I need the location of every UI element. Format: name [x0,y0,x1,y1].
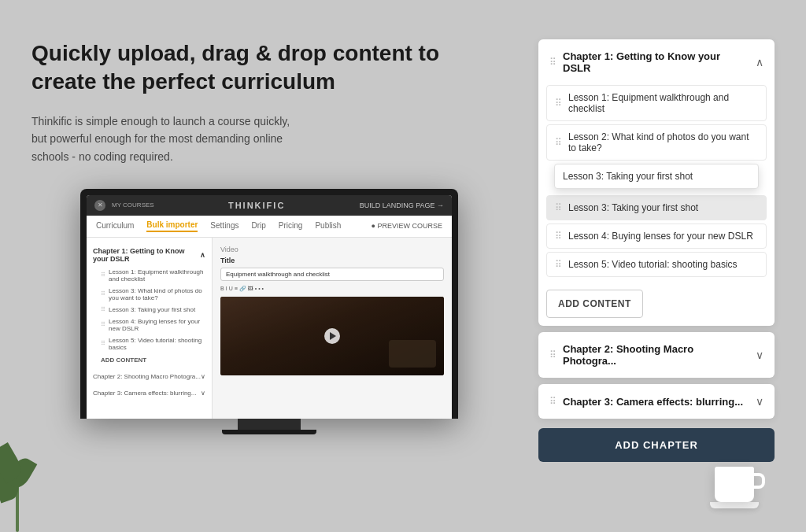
lesson-4-text: Lesson 4: Buying lenses for your new DSL… [568,231,758,242]
lesson-2-drag[interactable]: ⠿ [555,138,562,147]
monitor-chapter3-chevron: ∨ [201,390,205,397]
monitor-toolbar: B I U ≡ 🔗 🖼 • • • [220,286,444,292]
nav-drip[interactable]: Drip [252,221,266,231]
nav-curriculum[interactable]: Curriculum [96,221,134,231]
headline: Quickly upload, drag & drop content to c… [31,39,507,97]
monitor-lesson-4-text: Lesson 4: Buying lenses for your new DSL… [109,318,205,332]
monitor-lesson-3[interactable]: ⠿ Lesson 3: Taking your first shot [93,304,205,316]
plant-decoration [0,438,47,532]
close-button[interactable]: ✕ [94,200,105,211]
brand-label: THINKIFIC [228,201,285,210]
chapter-2-title: Chapter 2: Shooting Macro Photogra... [563,343,749,367]
monitor-add-content-btn[interactable]: ADD CONTENT [93,353,205,367]
tb-more[interactable]: • • • [255,286,264,292]
monitor-chapter2-chevron: ∨ [201,373,205,380]
tb-underline[interactable]: U [229,286,233,292]
drag-icon-2: ⠿ [101,290,105,297]
chapter-3-card: ⠿ Chapter 3: Camera effects: blurring...… [538,384,775,419]
chapter-1-drag-handle[interactable]: ⠿ [549,57,556,67]
monitor-chapter1-chevron: ∧ [200,251,205,259]
lesson-4-drag[interactable]: ⠿ [555,231,562,241]
lesson-3-text: Lesson 3: Taking your first shot [568,202,758,213]
cup-saucer [710,502,759,508]
my-courses-label: MY COURSES [112,201,154,209]
monitor-wrapper: ✕ MY COURSES THINKIFIC BUILD LANDING PAG… [31,189,507,434]
tb-bold[interactable]: B [220,286,224,292]
chapter-2-card: ⠿ Chapter 2: Shooting Macro Photogra... … [538,332,775,378]
lesson-row-5[interactable]: ⠿ Lesson 5: Video tutorial: shooting bas… [546,252,767,277]
monitor-title-label: Title [220,257,444,264]
main-container: Quickly upload, drag & drop content to c… [0,0,806,532]
monitor-chapter3[interactable]: Chapter 3: Camera effects: blurring... ∨ [93,386,205,400]
chapter-2-drag-handle[interactable]: ⠿ [549,350,556,360]
chapter-1-chevron[interactable]: ∧ [756,56,763,68]
monitor-chapter2-label: Chapter 2: Shooting Macro Photogra... [93,373,201,380]
lesson-row-3-highlight[interactable]: ⠿ Lesson 3: Taking your first shot [546,195,767,220]
tb-link[interactable]: 🔗 [239,286,246,292]
drag-icon-3: ⠿ [101,306,105,313]
chapter-1-lessons: ⠿ Lesson 1: Equipment walkthrough and ch… [538,85,775,285]
right-panel: ⠿ Chapter 1: Getting to Know your DSLR ∧… [538,39,775,462]
lesson-3-drag[interactable]: ⠿ [555,203,562,212]
lesson-row-2[interactable]: ⠿ Lesson 2: What kind of photos do you w… [546,124,767,161]
monitor-stand [238,419,301,430]
chapter-2-header[interactable]: ⠿ Chapter 2: Shooting Macro Photogra... … [538,332,775,378]
chapter-3-header[interactable]: ⠿ Chapter 3: Camera effects: blurring...… [538,384,775,419]
cup-handle [754,473,765,489]
monitor-close-area: ✕ MY COURSES [94,200,154,211]
lesson-1-drag[interactable]: ⠿ [555,98,562,108]
monitor-video-label: Video [220,246,444,253]
chapter-3-chevron[interactable]: ∨ [756,395,763,408]
monitor-content: Chapter 1: Getting to Know your DSLR ∧ ⠿… [87,238,452,419]
lesson-5-drag[interactable]: ⠿ [555,260,562,269]
monitor-lesson-5-text: Lesson 5: Video tutorial: shooting basic… [109,337,205,351]
monitor-lesson-5[interactable]: ⠿ Lesson 5: Video tutorial: shooting bas… [93,334,205,353]
lesson-1-text: Lesson 1: Equipment walkthrough and chec… [568,92,758,114]
monitor-chapter3-label: Chapter 3: Camera effects: blurring... [93,390,196,397]
lesson-2-text: Lesson 2: What kind of photos do you wan… [568,131,758,153]
monitor-lesson-2-text: Lesson 3: What kind of photos do you wan… [109,287,205,301]
monitor-nav: Curriculum Bulk importer Settings Drip P… [87,216,452,238]
lesson-5-text: Lesson 5: Video tutorial: shooting basic… [568,259,758,270]
monitor-lesson-1-text: Lesson 1: Equipment walkthrough and chec… [109,268,205,283]
lesson-row-1[interactable]: ⠿ Lesson 1: Equipment walkthrough and ch… [546,85,767,121]
monitor-chapter2[interactable]: Chapter 2: Shooting Macro Photogra... ∨ [93,370,205,383]
chapter-2-chevron[interactable]: ∨ [756,349,763,361]
play-triangle [330,332,336,340]
chapter-3-title: Chapter 3: Camera effects: blurring... [563,396,749,408]
monitor-lesson-4[interactable]: ⠿ Lesson 4: Buying lenses for your new D… [93,316,205,334]
preview-course-btn[interactable]: ● PREVIEW COURSE [372,222,442,230]
cup-body [715,467,754,502]
build-landing-page-btn[interactable]: BUILD LANDING PAGE → [360,201,444,209]
tb-list[interactable]: ≡ [235,286,238,292]
monitor-lesson-3-text: Lesson 3: Taking your first shot [109,306,195,313]
monitor-chapter1-header[interactable]: Chapter 1: Getting to Know your DSLR ∧ [93,244,205,266]
add-chapter-button[interactable]: ADD CHAPTER [538,428,775,462]
monitor-screen: ✕ MY COURSES THINKIFIC BUILD LANDING PAG… [87,195,452,419]
tb-italic[interactable]: I [226,286,227,292]
monitor: ✕ MY COURSES THINKIFIC BUILD LANDING PAG… [80,189,458,419]
nav-publish[interactable]: Publish [315,221,341,231]
play-button[interactable] [324,328,340,344]
chapter-1-title: Chapter 1: Getting to Know your DSLR [563,50,749,74]
nav-bulk-importer[interactable]: Bulk importer [146,220,198,232]
monitor-main-area: Video Title Equipment walkthrough and ch… [213,238,452,419]
lesson-row-4[interactable]: ⠿ Lesson 4: Buying lenses for your new D… [546,224,767,249]
monitor-lesson-2[interactable]: ⠿ Lesson 3: What kind of photos do you w… [93,285,205,304]
nav-pricing[interactable]: Pricing [279,221,303,231]
chapter-3-drag-handle[interactable]: ⠿ [549,397,556,406]
lesson-drag-tooltip: Lesson 3: Taking your first shot [554,164,759,189]
chapter-1-header[interactable]: ⠿ Chapter 1: Getting to Know your DSLR ∧ [538,39,775,85]
left-panel: Quickly upload, drag & drop content to c… [31,31,507,434]
subtext: Thinkific is simple enough to launch a c… [31,113,299,165]
tb-image[interactable]: 🖼 [248,286,253,292]
play-overlay [220,297,444,375]
monitor-topbar: ✕ MY COURSES THINKIFIC BUILD LANDING PAG… [87,195,452,216]
add-content-button[interactable]: ADD CONTENT [546,290,643,318]
monitor-title-input[interactable]: Equipment walkthrough and checklist [220,268,444,281]
nav-settings[interactable]: Settings [210,221,238,231]
monitor-lesson-1[interactable]: ⠿ Lesson 1: Equipment walkthrough and ch… [93,266,205,285]
drag-icon-1: ⠿ [101,272,105,279]
lesson-tooltip-text: Lesson 3: Taking your first shot [563,171,693,182]
monitor-base [222,430,316,434]
